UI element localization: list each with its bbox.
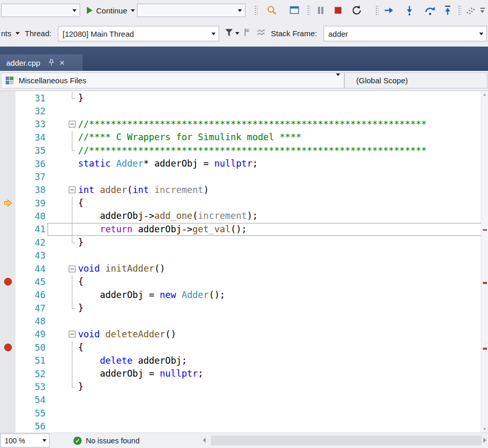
code-text[interactable]: { [77,275,84,288]
code-text[interactable]: adderObj = nullptr; [77,367,203,380]
gutter-cell[interactable] [0,394,16,407]
scroll-up-icon[interactable]: ▲ [481,92,488,97]
chevron-down-icon[interactable] [336,76,340,85]
document-health-indicator[interactable]: ✓ No issues found [73,435,140,447]
filter-threads-icon[interactable] [224,28,234,39]
stop-debugging-icon[interactable] [331,4,345,17]
break-all-pause-icon[interactable] [313,4,328,17]
gutter-cell[interactable] [0,289,16,302]
gutter-cell[interactable] [0,315,16,327]
gutter-cell[interactable] [0,407,16,420]
breakpoint-icon[interactable] [4,278,12,286]
continue-button[interactable]: Continue [84,3,138,18]
gutter-cell[interactable] [0,236,16,249]
toolbar-combo-2[interactable] [137,4,246,17]
close-tab-icon[interactable]: × [59,58,65,67]
gutter-cell[interactable] [0,210,16,222]
filter-dropdown-icon[interactable] [235,32,239,35]
code-text[interactable]: } [77,236,84,249]
horizontal-scrollbar-thumb[interactable] [211,436,482,445]
gutter-cell[interactable] [0,341,16,354]
gutter-cell[interactable] [0,302,16,315]
fold-margin-cell[interactable] [49,118,77,131]
gutter-cell[interactable] [0,328,16,341]
code-text[interactable]: void initAdder() [77,262,165,275]
misc-debug-icon[interactable] [463,4,478,17]
gutter-cell[interactable] [0,354,16,367]
gutter-cell[interactable] [0,92,16,104]
gutter-cell[interactable] [0,262,16,275]
code-text[interactable]: adderObj->add_one(increment); [77,210,258,222]
fold-margin-cell[interactable] [49,262,77,275]
gutter-cell[interactable] [0,380,16,393]
gutter-cell[interactable] [0,367,16,380]
chevron-down-icon[interactable] [40,439,49,442]
code-text[interactable]: static Adder* adderObj = nullptr; [77,157,258,170]
chevron-down-icon[interactable] [476,33,486,35]
step-out-icon[interactable] [440,4,455,17]
vertical-scrollbar[interactable]: ▲ ▼ [481,91,488,432]
step-into-icon[interactable] [402,4,417,17]
chevron-down-icon[interactable] [235,9,245,12]
gutter-cell[interactable] [0,144,16,157]
code-text[interactable]: { [77,341,84,354]
gutter-cell[interactable] [0,104,16,117]
fold-margin-cell[interactable] [49,184,77,197]
toolbar-grip[interactable] [254,5,257,16]
code-text[interactable]: //**** C Wrappers for Simulink model ***… [77,131,301,144]
toolbar-overflow-icon[interactable] [478,4,487,17]
stack-frame-combobox[interactable]: adder [324,26,487,41]
code-text[interactable]: //**************************************… [77,144,426,157]
chevron-down-icon[interactable] [69,9,80,12]
restart-icon[interactable] [349,4,364,17]
search-icon[interactable] [265,4,279,17]
scroll-right-icon[interactable] [483,438,486,443]
flagged-threads-icon[interactable] [256,28,266,39]
breakpoint-icon[interactable] [4,344,12,351]
gutter-cell[interactable] [0,197,16,210]
gutter-cell[interactable] [0,420,16,432]
thread-combobox[interactable]: [12080] Main Thread [58,26,219,41]
scope-dropdown[interactable]: (Global Scope) [344,72,487,88]
code-text[interactable]: adderObj = new Adder(); [77,289,225,302]
flag-icon[interactable] [243,27,251,40]
zoom-control[interactable]: 100 % [0,434,50,447]
collapse-toggle-icon[interactable] [69,265,75,272]
gutter-cell[interactable] [0,275,16,288]
gutter-cell[interactable] [0,118,16,131]
code-text[interactable]: } [77,380,84,393]
gutter-cell[interactable] [0,223,16,236]
fold-margin-cell[interactable] [49,328,77,341]
toolbar-grip[interactable] [375,5,378,16]
toolbar-grip[interactable] [458,5,461,16]
code-text[interactable]: return adderObj->get_val(); [77,223,247,236]
code-text[interactable]: } [77,92,84,104]
code-text[interactable]: int adder(int increment) [77,184,209,197]
code-text[interactable]: delete adderObj; [77,354,187,367]
pin-tab-icon[interactable] [49,59,54,66]
code-text[interactable]: { [77,197,84,210]
events-dropdown-icon[interactable] [16,32,20,35]
gutter-cell[interactable] [0,170,16,183]
project-dropdown[interactable]: Miscellaneous Files [1,72,344,88]
code-text[interactable]: } [77,302,84,315]
collapse-toggle-icon[interactable] [69,331,75,338]
gutter-cell[interactable] [0,157,16,170]
tab-adder-cpp[interactable]: adder.cpp × [0,54,83,71]
window-icon[interactable] [287,4,302,17]
scroll-left-icon[interactable] [203,438,206,443]
toolbar-grip[interactable] [307,5,310,16]
scroll-down-icon[interactable]: ▼ [481,427,488,431]
chevron-down-icon[interactable] [208,33,219,35]
continue-dropdown-icon[interactable] [131,9,135,12]
toolbar-combo-1[interactable] [1,4,80,17]
code-text[interactable]: void deleteAdder() [77,328,176,341]
gutter-cell[interactable] [0,249,16,262]
gutter-cell[interactable] [0,184,16,197]
collapse-toggle-icon[interactable] [69,187,75,193]
step-over-icon[interactable] [423,4,437,17]
collapse-toggle-icon[interactable] [69,121,75,128]
gutter-cell[interactable] [0,131,16,144]
code-text[interactable]: //**************************************… [77,118,426,131]
show-next-statement-icon[interactable] [382,4,396,17]
